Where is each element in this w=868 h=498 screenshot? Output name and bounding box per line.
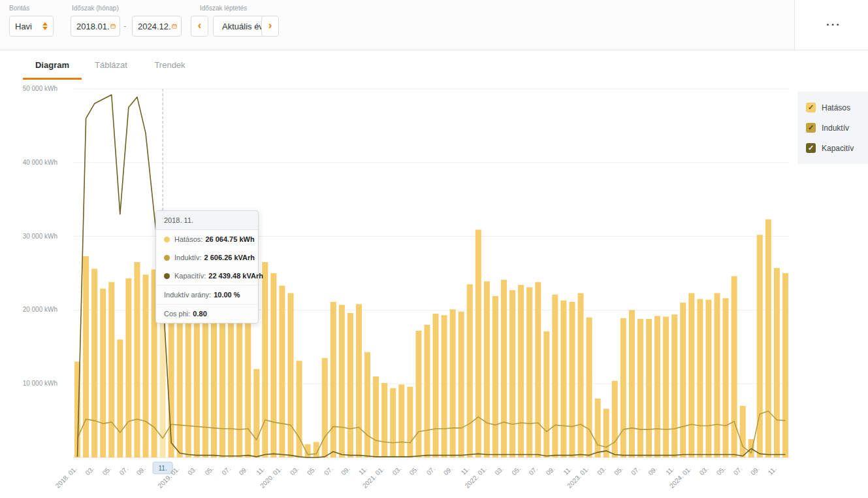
bar-month-66[interactable] <box>637 319 643 457</box>
bar-month-41[interactable] <box>424 325 430 457</box>
bar-month-55[interactable] <box>543 331 549 457</box>
x-axis-label: 09. <box>647 465 658 477</box>
bar-month-44[interactable] <box>450 309 456 457</box>
bontas-select[interactable]: Havi <box>9 16 54 37</box>
legend-item-hatasos[interactable]: ✓ Hatásos <box>806 97 868 118</box>
date-from-input[interactable] <box>76 22 110 31</box>
kapacitiv-checkbox[interactable]: ✓ <box>806 143 816 153</box>
bar-month-35[interactable] <box>373 376 379 457</box>
bar-month-2[interactable] <box>91 269 97 457</box>
bar-month-14[interactable] <box>194 303 200 457</box>
bar-month-22[interactable] <box>262 262 268 457</box>
bar-month-78[interactable] <box>740 406 746 457</box>
bar-month-76[interactable] <box>723 298 729 457</box>
legend-item-kapacitiv[interactable]: ✓ Kapacitív <box>806 138 868 158</box>
bar-month-42[interactable] <box>433 314 439 457</box>
bar-month-58[interactable] <box>569 302 575 457</box>
date-to-input[interactable] <box>138 22 172 31</box>
bar-month-77[interactable] <box>731 276 737 457</box>
bar-month-20[interactable] <box>245 314 251 457</box>
bar-month-46[interactable] <box>467 284 473 457</box>
bar-month-75[interactable] <box>714 293 720 457</box>
chart-area: 10 000 kWh20 000 kWh30 000 kWh40 000 kWh… <box>0 85 794 498</box>
x-axis-label: 09. <box>442 465 454 477</box>
hatasos-checkbox[interactable]: ✓ <box>806 103 816 112</box>
bar-month-49[interactable] <box>492 296 498 457</box>
bar-month-15[interactable] <box>202 307 208 457</box>
x-axis-label: 05. <box>408 465 420 477</box>
bar-month-5[interactable] <box>117 340 123 457</box>
bar-month-63[interactable] <box>612 381 618 457</box>
bar-month-7[interactable] <box>134 262 140 457</box>
bar-month-29[interactable] <box>322 358 328 457</box>
bar-month-4[interactable] <box>108 282 114 457</box>
bar-month-69[interactable] <box>663 317 669 457</box>
bar-month-31[interactable] <box>339 305 345 457</box>
bar-month-32[interactable] <box>347 313 353 457</box>
bar-month-72[interactable] <box>688 293 694 457</box>
bar-month-40[interactable] <box>415 331 421 457</box>
idoszak-label: Időszak (hónap) <box>72 5 119 12</box>
bar-month-65[interactable] <box>629 310 635 457</box>
bar-month-24[interactable] <box>279 286 285 457</box>
tab-tablazat[interactable]: Táblázat <box>82 55 140 80</box>
bar-month-33[interactable] <box>356 304 362 457</box>
bar-month-17[interactable] <box>219 314 225 457</box>
tab-trendek[interactable]: Trendek <box>140 55 199 80</box>
legend-item-induktiv[interactable]: ✓ Induktív <box>806 118 868 138</box>
prev-period-button[interactable]: ‹ <box>191 16 208 37</box>
bar-month-18[interactable] <box>228 316 234 457</box>
bar-month-47[interactable] <box>475 229 481 457</box>
bar-month-19[interactable] <box>236 318 242 457</box>
bar-month-61[interactable] <box>595 399 601 457</box>
bar-month-73[interactable] <box>697 299 703 457</box>
induktiv-checkbox[interactable]: ✓ <box>806 123 816 133</box>
bar-month-54[interactable] <box>535 282 541 457</box>
bar-month-53[interactable] <box>526 287 532 457</box>
bar-month-6[interactable] <box>125 278 131 457</box>
bar-month-51[interactable] <box>509 290 515 457</box>
induktiv-series-dot-icon <box>164 255 170 261</box>
bar-month-45[interactable] <box>458 312 464 457</box>
bar-month-30[interactable] <box>330 302 336 457</box>
bar-month-64[interactable] <box>620 318 626 457</box>
bar-month-57[interactable] <box>560 301 566 457</box>
bar-month-23[interactable] <box>270 273 276 457</box>
bar-month-48[interactable] <box>484 281 490 457</box>
bar-month-34[interactable] <box>364 352 370 457</box>
bar-month-68[interactable] <box>654 316 660 457</box>
bar-month-71[interactable] <box>680 303 686 457</box>
bar-month-62[interactable] <box>603 409 609 457</box>
calendar-icon[interactable] <box>110 22 116 31</box>
bar-month-67[interactable] <box>646 319 652 457</box>
chevron-right-icon: › <box>268 19 272 32</box>
calendar-icon[interactable] <box>172 22 177 31</box>
next-period-button[interactable]: › <box>261 16 279 37</box>
bar-month-8[interactable] <box>143 274 149 457</box>
bar-month-37[interactable] <box>390 388 396 457</box>
chart-legend: ✓ Hatásos ✓ Induktív ✓ Kapacitív <box>797 91 868 164</box>
bar-month-60[interactable] <box>587 318 592 457</box>
bar-month-83[interactable] <box>782 273 788 457</box>
y-axis-label: 40 000 kWh <box>23 159 57 166</box>
bar-month-26[interactable] <box>297 361 302 457</box>
bar-month-74[interactable] <box>705 300 711 457</box>
bar-month-52[interactable] <box>518 285 524 457</box>
bar-month-50[interactable] <box>501 280 507 457</box>
bar-month-82[interactable] <box>774 268 780 457</box>
bar-month-1[interactable] <box>83 256 89 457</box>
bar-month-25[interactable] <box>288 293 294 457</box>
more-options-button[interactable]: ··· <box>822 14 845 35</box>
bar-month-3[interactable] <box>100 289 106 457</box>
tab-diagram[interactable]: Diagram <box>23 55 82 80</box>
bar-month-70[interactable] <box>671 314 677 457</box>
bar-month-43[interactable] <box>442 315 447 457</box>
bar-month-21[interactable] <box>253 369 259 457</box>
bar-month-81[interactable] <box>765 220 771 457</box>
bar-month-36[interactable] <box>381 383 387 457</box>
bar-month-59[interactable] <box>578 293 584 457</box>
bar-month-38[interactable] <box>398 384 404 457</box>
bar-month-16[interactable] <box>211 312 217 457</box>
bar-month-56[interactable] <box>552 295 558 457</box>
bar-month-39[interactable] <box>407 387 413 457</box>
